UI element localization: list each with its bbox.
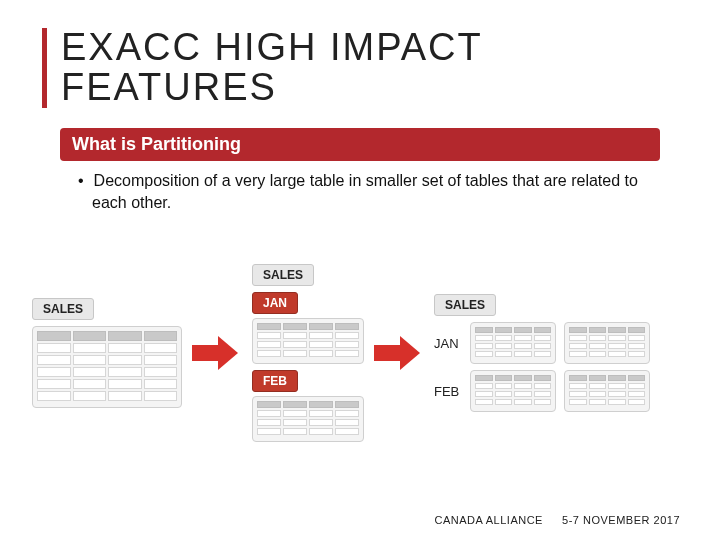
jan-badge: JAN	[252, 292, 298, 314]
sales-label-3: SALES	[434, 294, 496, 316]
arrow-icon	[374, 336, 424, 370]
title-block: EXACC HIGH IMPACT FEATURES	[42, 28, 483, 108]
bullet-list: Decomposition of a very large table in s…	[78, 170, 638, 213]
feb-partition: FEB	[252, 370, 364, 442]
single-table-column: SALES	[32, 298, 182, 408]
title-line-2: FEATURES	[61, 66, 277, 108]
footer-org: CANADA ALLIANCE	[435, 514, 543, 526]
mini-table-icon	[564, 322, 650, 364]
footer: CANADA ALLIANCE 5-7 NOVEMBER 2017	[435, 514, 680, 526]
month-partition-column: SALES JAN FEB	[252, 264, 364, 442]
jan-table-icon	[252, 318, 364, 364]
feb-text-label: FEB	[434, 370, 464, 399]
subtitle-band: What is Partitioning	[60, 128, 660, 161]
bullet-item: Decomposition of a very large table in s…	[92, 170, 638, 213]
title-line-1: EXACC HIGH IMPACT	[61, 26, 483, 68]
jan-text-label: JAN	[434, 322, 464, 351]
partitioning-diagram: SALES SALES JAN FEB	[32, 248, 688, 458]
subpartition-column: SALES JAN FEB	[434, 294, 650, 412]
footer-date: 5-7 NOVEMBER 2017	[562, 514, 680, 526]
feb-subpartition-row: FEB	[434, 370, 650, 412]
sales-label-2: SALES	[252, 264, 314, 286]
title-accent-bar	[42, 28, 47, 108]
mini-table-icon	[470, 322, 556, 364]
large-table-icon	[32, 326, 182, 408]
arrow-icon	[192, 336, 242, 370]
feb-table-icon	[252, 396, 364, 442]
subtitle-text: What is Partitioning	[72, 134, 241, 154]
sales-label-1: SALES	[32, 298, 94, 320]
feb-badge: FEB	[252, 370, 298, 392]
mini-table-icon	[470, 370, 556, 412]
mini-table-icon	[564, 370, 650, 412]
slide-title: EXACC HIGH IMPACT FEATURES	[61, 28, 483, 108]
jan-subpartition-row: JAN	[434, 322, 650, 364]
jan-partition: JAN	[252, 292, 364, 364]
